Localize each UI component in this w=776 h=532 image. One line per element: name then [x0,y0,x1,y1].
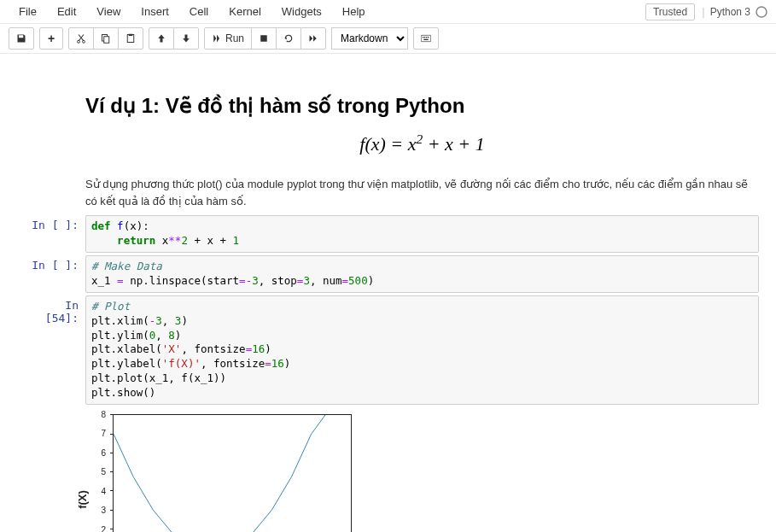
svg-rect-8 [421,35,430,41]
code-cell-2[interactable]: In [ ]: # Make Data x_1 = np.linspace(st… [26,255,759,293]
cut-icon [76,33,86,44]
output-area: f(X) 012345678 −3−2−10123 [85,407,759,532]
menu-cell[interactable]: Cell [179,2,219,21]
svg-rect-13 [423,39,428,40]
chart-y-tick: 3 [101,506,106,515]
arrow-down-icon [181,33,191,44]
kernel-idle-icon [756,6,767,18]
kernel-name[interactable]: Python 3 [710,6,750,18]
move-down-button[interactable] [173,27,199,50]
code-cell-1[interactable]: In [ ]: def f(x): return x**2 + x + 1 [26,215,759,253]
restart-button[interactable] [276,27,301,50]
chart: f(X) 012345678 −3−2−10123 [85,414,359,532]
code-input-3[interactable]: # Plot plt.xlim(-3, 3) plt.ylim(0, 8) pl… [85,295,759,405]
menu-kernel[interactable]: Kernel [219,2,271,21]
restart-run-all-button[interactable] [300,27,326,50]
restart-icon [283,33,294,44]
divider: | [702,5,704,18]
copy-button[interactable] [93,27,119,50]
save-icon [16,33,26,44]
run-icon [212,33,222,44]
notebook-container: Ví dụ 1: Vẽ đồ thị hàm số trong Python f… [0,54,776,532]
chart-y-tick: 7 [101,429,106,438]
menu-view[interactable]: View [86,2,131,21]
paste-button[interactable] [118,27,143,50]
prompt-3: In [54]: [26,295,85,405]
description-text: Sử dụng phương thức plot() của module py… [85,176,759,209]
arrow-up-icon [156,33,166,44]
code-cell-3[interactable]: In [54]: # Plot plt.xlim(-3, 3) plt.ylim… [26,295,759,405]
fast-forward-icon [308,33,318,44]
svg-point-0 [756,7,767,17]
cell-type-select[interactable]: Markdown [331,27,408,50]
keyboard-icon [421,33,431,44]
interrupt-button[interactable] [251,27,277,50]
svg-rect-9 [423,37,423,38]
menu-insert[interactable]: Insert [131,2,179,21]
plus-icon: + [48,32,55,45]
svg-rect-11 [426,37,427,38]
heading-title: Ví dụ 1: Vẽ đồ thị hàm số trong Python [85,94,759,118]
run-button[interactable]: Run [204,27,252,50]
prompt-1: In [ ]: [26,215,85,253]
chart-line-svg [114,415,351,532]
svg-rect-7 [260,35,267,42]
save-button[interactable] [9,27,34,50]
move-up-button[interactable] [149,27,174,50]
prompt-2: In [ ]: [26,255,85,293]
chart-y-tick: 6 [101,447,106,457]
menubar: File Edit View Insert Cell Kernel Widget… [0,0,776,24]
copy-icon [101,33,111,44]
svg-rect-6 [129,34,133,36]
math-formula: f(x) = x2 + x + 1 [85,132,759,155]
svg-rect-10 [424,37,425,38]
stop-icon [259,33,269,44]
chart-y-tick: 5 [101,467,106,476]
toolbar: + Run [0,24,776,54]
code-input-1[interactable]: def f(x): return x**2 + x + 1 [85,215,759,253]
paste-icon [125,33,136,44]
menu-edit[interactable]: Edit [47,2,86,21]
markdown-cell[interactable]: Ví dụ 1: Vẽ đồ thị hàm số trong Python f… [26,73,759,213]
code-input-2[interactable]: # Make Data x_1 = np.linspace(start=-3, … [85,255,759,293]
add-cell-button[interactable]: + [39,27,63,50]
chart-y-tick: 4 [101,486,106,495]
menu-file[interactable]: File [9,2,47,21]
menu-help[interactable]: Help [332,2,376,21]
run-label: Run [225,32,244,44]
cut-button[interactable] [68,27,94,50]
trusted-indicator[interactable]: Trusted [645,3,695,20]
chart-y-tick: 8 [101,409,106,418]
svg-rect-12 [428,37,429,38]
menu-widgets[interactable]: Widgets [271,2,332,21]
command-palette-button[interactable] [413,27,439,50]
svg-rect-4 [104,37,109,44]
chart-y-tick: 2 [101,524,106,532]
chart-plot-area [113,414,352,532]
